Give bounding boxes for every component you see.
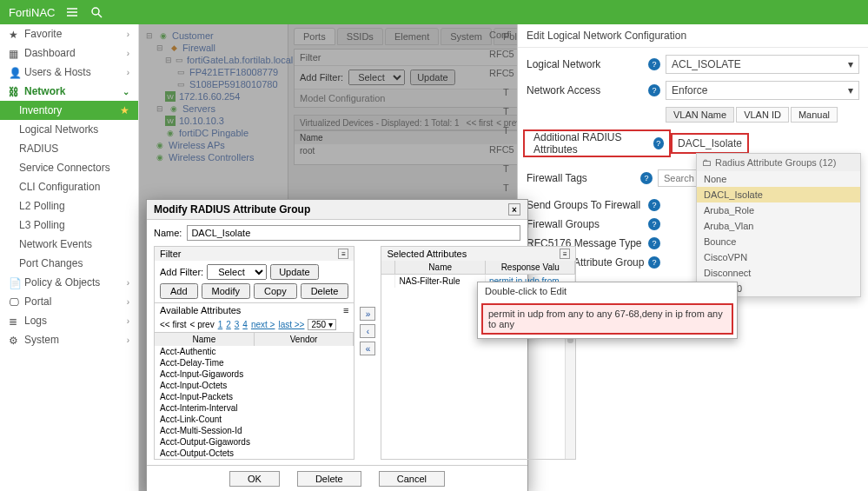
col-name[interactable]: Name [395, 261, 485, 274]
dropdown-item[interactable]: Disconnect [697, 265, 860, 281]
help-icon[interactable]: ? [648, 237, 660, 249]
brand: FortiNAC [9, 6, 55, 19]
modify-button[interactable]: Modify [202, 283, 250, 299]
dashboard-icon: ▦ [9, 48, 19, 58]
pager-page[interactable]: 2 [226, 320, 231, 329]
name-input[interactable] [187, 225, 520, 241]
sidebar-item-port-changes[interactable]: Port Changes [0, 254, 138, 273]
help-icon[interactable]: ? [648, 199, 660, 211]
sidebar-item-l2-polling[interactable]: L2 Polling [0, 196, 138, 216]
sidebar-item-service-connectors[interactable]: Service Connectors [0, 158, 138, 177]
sidebar: ★Favorite› ▦Dashboard› 👤Users & Hosts› ⛓… [0, 24, 139, 491]
dropdown-item[interactable]: Bounce [697, 234, 860, 249]
sidebar-item-logs[interactable]: ≣Logs› [0, 311, 138, 330]
list-item[interactable]: Acct-Output-Octets [155, 448, 354, 459]
filter-label: Filter [160, 249, 181, 259]
list-item[interactable]: Acct-Authentic [155, 346, 354, 357]
chevron-down-icon: ▾ [848, 84, 853, 96]
radius-group-dropdown[interactable]: 🗀Radius Attribute Groups (12) None DACL_… [696, 153, 861, 297]
sidebar-item-policy-objects[interactable]: 📄Policy & Objects› [0, 273, 138, 292]
peek-text: RFC5 [487, 141, 517, 160]
help-icon[interactable]: ? [648, 84, 660, 96]
tooltip-value: permit in udp from any to any 67-68,deny… [481, 303, 733, 335]
list-item[interactable]: Acct-Output-Gigawords [155, 436, 354, 448]
list-item[interactable]: Acct-Delay-Time [155, 357, 354, 368]
list-item[interactable]: Acct-Link-Count [155, 414, 354, 425]
tab-vlan-id[interactable]: VLAN ID [736, 107, 789, 123]
sidebar-item-l3-polling[interactable]: L3 Polling [0, 216, 138, 235]
move-all-right-button[interactable]: » [360, 307, 375, 321]
network-access-select[interactable]: Enforce▾ [666, 81, 859, 100]
portal-icon: 🖵 [9, 296, 19, 307]
list-item[interactable]: Acct-Input-Gigawords [155, 368, 354, 380]
pager-next[interactable]: next > [251, 320, 275, 329]
move-left-button[interactable]: ‹ [360, 324, 375, 338]
pager-first[interactable]: << first [160, 320, 187, 329]
settings-icon[interactable]: ≡ [343, 305, 348, 315]
cancel-button[interactable]: Cancel [379, 471, 445, 487]
available-attr-list[interactable]: Acct-AuthenticAcct-Delay-TimeAcct-Input-… [155, 346, 354, 459]
sidebar-item-cli-configuration[interactable]: CLI Configuration [0, 177, 138, 196]
pager-page[interactable]: 3 [235, 320, 240, 329]
peek-text: RFC5 [487, 45, 517, 64]
sidebar-item-portal[interactable]: 🖵Portal› [0, 292, 138, 311]
pager-page[interactable]: 4 [242, 320, 248, 329]
dropdown-item[interactable]: DACL_Isolate [697, 187, 860, 202]
delete-button[interactable]: Delete [301, 283, 349, 299]
col-name[interactable]: Name [155, 333, 255, 346]
list-item[interactable]: Acct-Multi-Session-Id [155, 425, 354, 436]
delete-button[interactable]: Delete [297, 471, 361, 487]
peek-text: T [487, 160, 517, 179]
chevron-right-icon: › [127, 278, 129, 288]
sidebar-item-dashboard[interactable]: ▦Dashboard› [0, 43, 138, 63]
copy-button[interactable]: Copy [254, 283, 297, 299]
dropdown-item[interactable]: Aruba_Vlan [697, 218, 860, 234]
pager-last[interactable]: last >> [278, 320, 304, 329]
list-item[interactable]: Acct-Interim-Interval [155, 402, 354, 414]
sidebar-item-inventory[interactable]: Inventory★ [0, 101, 138, 120]
list-item[interactable]: Acct-Input-Packets [155, 391, 354, 402]
ok-button[interactable]: OK [229, 471, 280, 487]
sidebar-item-network-events[interactable]: Network Events [0, 235, 138, 254]
list-item[interactable]: Acct-Input-Octets [155, 380, 354, 391]
tab-manual[interactable]: Manual [791, 107, 838, 123]
settings-icon[interactable]: ≡ [338, 249, 348, 259]
sidebar-item-network[interactable]: ⛓Network⌄ [0, 82, 138, 101]
sidebar-item-logical-networks[interactable]: Logical Networks [0, 120, 138, 139]
filter-select[interactable]: Select [207, 264, 267, 280]
available-attrs-label: Available Attributes [160, 305, 241, 315]
move-all-left-button[interactable]: « [360, 342, 375, 355]
sidebar-item-system[interactable]: ⚙System› [0, 330, 138, 349]
settings-icon[interactable]: ≡ [560, 249, 570, 259]
dropdown-item[interactable]: Aruba_Role [697, 202, 860, 218]
add-button[interactable]: Add [160, 283, 198, 299]
tab-vlan-name[interactable]: VLAN Name [666, 107, 734, 123]
help-icon[interactable]: ? [648, 58, 660, 70]
radius-attributes-select[interactable]: DACL_Isolate [671, 133, 749, 154]
col-blank[interactable] [381, 261, 395, 274]
help-icon[interactable]: ? [640, 172, 653, 184]
help-icon[interactable]: ? [653, 137, 664, 149]
policy-icon: 📄 [9, 277, 19, 288]
menu-icon[interactable] [65, 5, 79, 19]
dropdown-item[interactable]: CiscoVPN [697, 249, 860, 265]
close-button[interactable]: × [508, 203, 520, 216]
page-size-select[interactable]: 250 ▾ [308, 319, 335, 330]
search-icon[interactable] [89, 5, 103, 19]
sidebar-item-favorite[interactable]: ★Favorite› [0, 24, 138, 43]
arrow-column: » ‹ « [360, 246, 375, 460]
sidebar-item-radius[interactable]: RADIUS [0, 139, 138, 158]
pager-prev[interactable]: < prev [190, 320, 215, 329]
help-icon[interactable]: ? [648, 256, 660, 269]
update-button[interactable]: Update [270, 264, 318, 280]
config-title: Edit Logical Network Configuration [518, 24, 868, 48]
dropdown-item[interactable]: None [697, 171, 860, 187]
sidebar-item-users-hosts[interactable]: 👤Users & Hosts› [0, 63, 138, 82]
pager-page[interactable]: 1 [218, 320, 223, 329]
modal-titlebar[interactable]: Modify RADIUS Attribute Group × [147, 200, 527, 220]
help-icon[interactable]: ? [648, 218, 660, 230]
col-response-value[interactable]: Response Valu [486, 261, 575, 274]
logical-network-select[interactable]: ACL_ISOLATE▾ [666, 55, 859, 74]
col-vendor[interactable]: Vendor [255, 333, 354, 346]
logs-icon: ≣ [9, 315, 19, 326]
